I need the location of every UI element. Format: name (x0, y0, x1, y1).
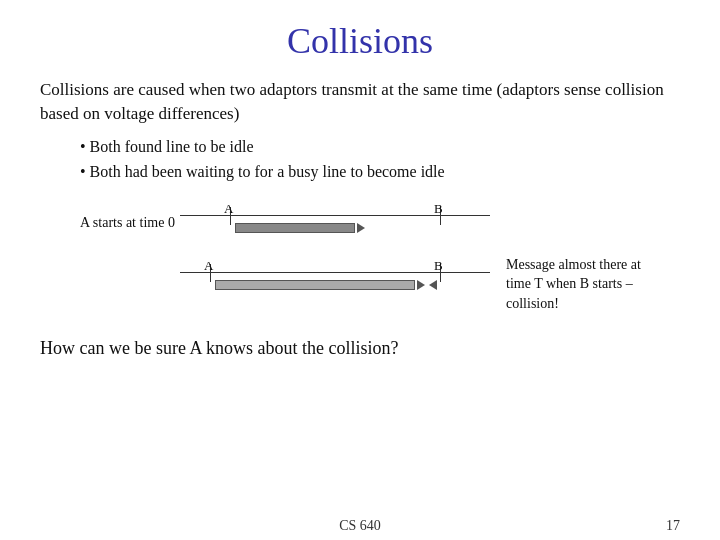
row1-line-diagram: A B (180, 201, 490, 245)
diagram-area: A starts at time 0 A B A (80, 201, 680, 324)
label-a-1: A (224, 201, 233, 217)
question-text: How can we be sure A knows about the col… (40, 338, 680, 359)
signal-right-1 (235, 223, 365, 233)
diagram-row-2: A B Message almost there at time T when … (80, 255, 666, 314)
message-text: Message almost there at time T when B st… (506, 255, 666, 314)
slide: Collisions Collisions are caused when tw… (0, 0, 720, 540)
label-b-1: B (434, 201, 443, 217)
label-a-2: A (204, 258, 213, 274)
bullet-1: Both found line to be idle (80, 134, 680, 160)
slide-title: Collisions (40, 20, 680, 62)
intro-text: Collisions are caused when two adaptors … (40, 78, 680, 126)
signal-row2 (215, 280, 439, 290)
footer-page: 17 (666, 518, 680, 534)
diagram-row-1: A starts at time 0 A B (80, 201, 490, 245)
arrow-left-2 (429, 280, 437, 290)
row2-line-diagram: A B (180, 258, 490, 310)
row1-label: A starts at time 0 (80, 213, 180, 233)
signal-block-long (215, 280, 415, 290)
wire-2 (180, 272, 490, 273)
footer-course: CS 640 (339, 518, 381, 534)
signal-block-1 (235, 223, 355, 233)
bullet-list: Both found line to be idle Both had been… (80, 134, 680, 185)
label-b-2: B (434, 258, 443, 274)
bullet-2: Both had been waiting to for a busy line… (80, 159, 680, 185)
arrow-right-1 (357, 223, 365, 233)
arrow-right-2 (417, 280, 425, 290)
